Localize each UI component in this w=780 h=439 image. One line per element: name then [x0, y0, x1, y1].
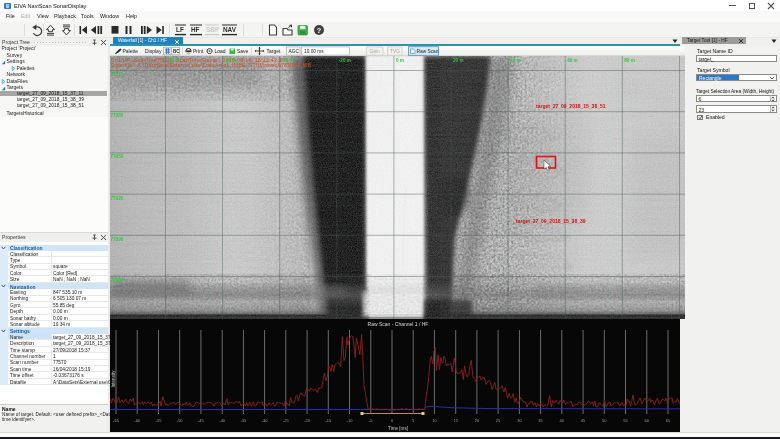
- svg-text:40 m: 40 m: [510, 58, 520, 63]
- svg-text:0 m: 0 m: [396, 58, 404, 63]
- svg-text:-35: -35: [241, 418, 248, 423]
- svg-text:Time [ms]: Time [ms]: [388, 426, 408, 431]
- svg-text:BC: BC: [173, 49, 180, 54]
- svg-text:55: 55: [623, 418, 628, 423]
- svg-text:LF: LF: [176, 26, 184, 33]
- svg-text:77860: 77860: [111, 278, 124, 283]
- svg-text:-20: -20: [304, 418, 311, 423]
- svg-text:-65: -65: [113, 418, 120, 423]
- svg-text:10: 10: [432, 418, 437, 423]
- svg-text:25: 25: [496, 418, 501, 423]
- svg-text:77920: 77920: [111, 196, 124, 201]
- svg-text:30: 30: [517, 418, 522, 423]
- svg-text:80 m: 80 m: [624, 58, 634, 63]
- svg-text:-60 m: -60 m: [225, 58, 237, 63]
- svg-text:Display: Display: [145, 48, 162, 54]
- svg-text:60 m: 60 m: [567, 58, 577, 63]
- svg-text:-55: -55: [156, 418, 163, 423]
- svg-text:HF: HF: [191, 26, 200, 33]
- svg-text:Print: Print: [193, 48, 204, 54]
- svg-text:Raw Scan: Raw Scan: [417, 49, 439, 54]
- svg-text:NAV: NAV: [223, 26, 237, 33]
- svg-text:-25: -25: [283, 418, 290, 423]
- svg-text:target_27_09_2018_15_38_51: target_27_09_2018_15_38_51: [536, 103, 606, 109]
- svg-text:77980: 77980: [111, 113, 124, 118]
- svg-text:40: 40: [560, 418, 565, 423]
- svg-text:Raw Scan - Channel 1 / HF: Raw Scan - Channel 1 / HF: [368, 321, 429, 327]
- svg-text:-30: -30: [262, 418, 269, 423]
- svg-text:78010: 78010: [111, 72, 124, 77]
- svg-text:77950: 77950: [111, 154, 124, 159]
- svg-text:-50: -50: [177, 418, 184, 423]
- svg-text:20 m: 20 m: [453, 58, 463, 63]
- svg-text:Save: Save: [237, 48, 249, 54]
- svg-text:Load: Load: [215, 48, 226, 54]
- svg-text:15: 15: [453, 418, 458, 423]
- svg-text:65: 65: [666, 418, 671, 423]
- svg-text:-40: -40: [219, 418, 226, 423]
- svg-text:TVG: TVG: [390, 49, 400, 54]
- svg-text:Intensity: Intensity: [111, 370, 116, 388]
- svg-text:target_27_09_2018_15_38_39: target_27_09_2018_15_38_39: [516, 218, 586, 224]
- svg-text:Target: Target: [267, 48, 282, 54]
- svg-text:-20 m: -20 m: [339, 58, 351, 63]
- svg-text:-15: -15: [325, 418, 332, 423]
- svg-text:Gain: Gain: [370, 49, 380, 54]
- svg-text:60: 60: [645, 418, 650, 423]
- svg-text:Data file: A:\DataSets\Extern: Data file: A:\DataSets\External use\Data…: [111, 62, 311, 68]
- svg-text:-10: -10: [347, 418, 354, 423]
- svg-text:50: 50: [602, 418, 607, 423]
- svg-text:20: 20: [475, 418, 480, 423]
- svg-text:Palette: Palette: [123, 48, 139, 54]
- svg-text:77890: 77890: [111, 237, 124, 242]
- svg-text:45: 45: [581, 418, 586, 423]
- svg-text:AGC: AGC: [289, 49, 300, 54]
- svg-text:35: 35: [538, 418, 543, 423]
- svg-text:SBP: SBP: [206, 26, 220, 33]
- svg-text:-45: -45: [198, 418, 205, 423]
- svg-text:-80 m: -80 m: [168, 58, 180, 63]
- svg-text:?: ?: [317, 26, 322, 35]
- svg-text:-60: -60: [134, 418, 141, 423]
- svg-text:-40 m: -40 m: [282, 58, 294, 63]
- svg-text:10.00 ms: 10.00 ms: [304, 49, 324, 54]
